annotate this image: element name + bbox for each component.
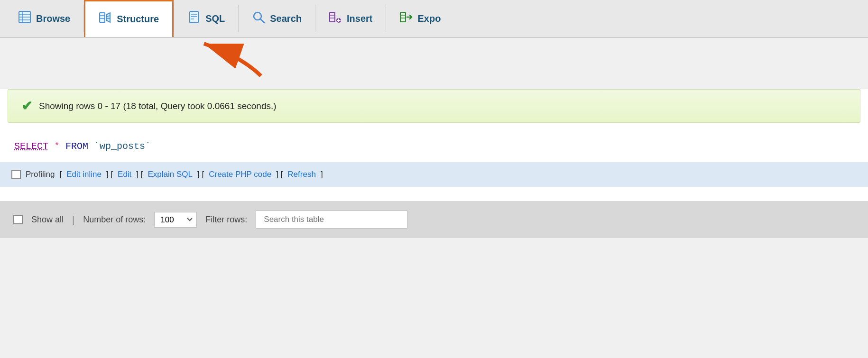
explain-sql-link[interactable]: Explain SQL — [148, 170, 193, 179]
profiling-bracket-open-1: [ — [59, 170, 62, 179]
tab-sql-label: SQL — [205, 13, 225, 24]
filter-bar: Show all | Number of rows: 100 25 50 250… — [0, 201, 868, 238]
edit-inline-link[interactable]: Edit inline — [66, 170, 102, 179]
tab-structure[interactable]: Structure — [84, 0, 174, 37]
show-all-checkbox[interactable] — [13, 215, 23, 224]
search-icon — [252, 10, 265, 27]
create-php-code-link[interactable]: Create PHP code — [209, 170, 271, 179]
search-table-input[interactable] — [256, 211, 407, 229]
check-icon: ✔ — [21, 98, 32, 114]
filter-divider: | — [72, 214, 74, 225]
refresh-link[interactable]: Refresh — [287, 170, 316, 179]
profiling-bracket-close-5: ] — [321, 170, 323, 179]
show-all-label: Show all — [31, 215, 64, 225]
tab-structure-label: Structure — [117, 14, 159, 25]
annotation-arrow — [157, 38, 299, 81]
profiling-label: Profiling — [26, 170, 55, 179]
svg-rect-10 — [190, 11, 198, 23]
svg-rect-22 — [400, 12, 406, 22]
profiling-checkbox[interactable] — [11, 170, 21, 179]
sql-table-name: `wp_posts` — [94, 141, 151, 152]
filter-rows-label: Filter rows: — [205, 215, 247, 225]
insert-icon — [329, 10, 342, 27]
number-of-rows-label: Number of rows: — [83, 215, 146, 225]
profiling-bracket-close-2: ] [ — [136, 170, 143, 179]
browse-icon — [18, 10, 31, 27]
edit-link[interactable]: Edit — [118, 170, 131, 179]
arrow-annotation — [0, 38, 868, 81]
sql-icon — [187, 10, 201, 27]
svg-line-15 — [260, 19, 264, 23]
tab-sql[interactable]: SQL — [174, 0, 238, 37]
svg-rect-16 — [330, 12, 335, 22]
rows-per-page-select[interactable]: 100 25 50 250 — [154, 212, 197, 228]
sql-keyword-from: FROM — [65, 141, 88, 152]
sql-query-area: SELECT * FROM `wp_posts` — [0, 131, 868, 158]
svg-rect-5 — [100, 13, 105, 22]
content-area: ✔ Showing rows 0 - 17 (18 total, Query t… — [0, 89, 868, 238]
tab-search[interactable]: Search — [239, 0, 315, 37]
tab-insert-label: Insert — [347, 13, 372, 24]
profiling-bar: Profiling [ Edit inline ] [ Edit ] [ Exp… — [0, 162, 868, 187]
profiling-bracket-close-4: ] [ — [276, 170, 283, 179]
tab-insert[interactable]: Insert — [315, 0, 386, 37]
tab-browse-label: Browse — [36, 13, 70, 24]
tab-browse[interactable]: Browse — [5, 0, 83, 37]
tab-export-label: Expo — [417, 13, 441, 24]
tab-bar: Browse Structure SQL — [0, 0, 868, 38]
tab-search-label: Search — [270, 13, 302, 24]
profiling-bracket-close-1: ] [ — [106, 170, 113, 179]
profiling-bracket-close-3: ] [ — [197, 170, 204, 179]
tab-export[interactable]: Expo — [386, 0, 454, 37]
success-banner: ✔ Showing rows 0 - 17 (18 total, Query t… — [8, 89, 860, 123]
success-message: Showing rows 0 - 17 (18 total, Query too… — [39, 101, 277, 111]
structure-icon — [99, 11, 112, 28]
export-icon — [399, 10, 413, 27]
sql-keyword-select: SELECT — [14, 141, 48, 152]
sql-star: * — [54, 141, 65, 152]
